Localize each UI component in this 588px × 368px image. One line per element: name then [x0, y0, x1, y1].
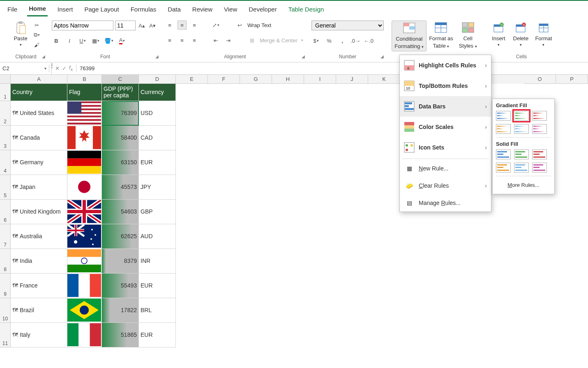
cell-currency[interactable]: EUR: [139, 323, 176, 347]
name-box[interactable]: C2▾: [0, 64, 49, 72]
clipboard-launcher[interactable]: ◢: [42, 54, 45, 59]
row-head-10[interactable]: 10: [0, 298, 11, 323]
gradient-purple[interactable]: [532, 124, 547, 134]
cancel-formula-icon[interactable]: ✕: [55, 65, 60, 71]
col-head-a[interactable]: A: [11, 75, 67, 84]
data-bars-more-rules[interactable]: More Rules...: [496, 179, 551, 191]
cell-gdp[interactable]: 51865: [102, 323, 139, 347]
increase-font-icon[interactable]: A▴: [137, 21, 146, 30]
formula-input[interactable]: 76399: [76, 64, 588, 72]
cell-currency[interactable]: EUR: [139, 150, 176, 175]
cf-new-rule[interactable]: ▦New Rule...: [400, 160, 491, 177]
row-head-11[interactable]: 11: [0, 323, 11, 347]
tab-file[interactable]: File: [6, 4, 19, 16]
wrap-text-icon[interactable]: ↩: [235, 21, 244, 30]
row-head-3[interactable]: 3: [0, 126, 11, 150]
cell-currency[interactable]: USD: [139, 101, 176, 126]
italic-icon[interactable]: I: [65, 36, 74, 45]
cf-top-bottom[interactable]: 10 Top/Bottom Rules›: [400, 76, 491, 96]
cf-clear-rules[interactable]: 🧽Clear Rules›: [400, 177, 491, 194]
row-head-5[interactable]: 5: [0, 175, 11, 200]
cell-country[interactable]: 🗺Brazil: [11, 298, 67, 323]
cell-currency[interactable]: JPY: [139, 175, 176, 200]
cell-gdp[interactable]: 58400: [102, 126, 139, 150]
cell-country[interactable]: 🗺United Kingdom: [11, 200, 67, 224]
solid-blue[interactable]: [496, 150, 511, 159]
cell-gdp[interactable]: 55493: [102, 274, 139, 298]
header-flag[interactable]: Flag: [67, 84, 102, 101]
cell-flag[interactable]: [67, 200, 102, 224]
align-top-icon[interactable]: ≡: [165, 21, 174, 30]
cell-country[interactable]: 🗺Japan: [11, 175, 67, 200]
number-format-select[interactable]: General: [311, 21, 384, 30]
cell-flag[interactable]: [67, 274, 102, 298]
cell-country[interactable]: 🗺France: [11, 274, 67, 298]
currency-icon[interactable]: $▾: [311, 36, 321, 45]
row-head-4[interactable]: 4: [0, 150, 11, 175]
cell-gdp[interactable]: 62625: [102, 224, 139, 249]
insert-cells-button[interactable]: + Insert▾: [488, 21, 509, 48]
cell-gdp[interactable]: 63150: [102, 150, 139, 175]
col-head-e[interactable]: E: [176, 75, 208, 84]
col-head-i[interactable]: I: [304, 75, 336, 84]
header-gdp[interactable]: GDP (PPP) per capita: [102, 84, 139, 101]
col-head-k[interactable]: K: [368, 75, 400, 84]
select-all-corner[interactable]: [0, 75, 11, 84]
bold-icon[interactable]: B: [52, 36, 61, 45]
tab-data[interactable]: Data: [166, 4, 182, 16]
cf-icon-sets[interactable]: Icon Sets›: [400, 137, 491, 158]
gradient-green[interactable]: [514, 111, 529, 121]
tab-view[interactable]: View: [222, 4, 239, 16]
cell-gdp[interactable]: 54603: [102, 200, 139, 224]
tab-formulas[interactable]: Formulas: [129, 4, 158, 16]
alignment-launcher[interactable]: ◢: [302, 54, 305, 59]
cell-country[interactable]: 🗺India: [11, 249, 67, 274]
solid-orange[interactable]: [496, 163, 511, 172]
cell-currency[interactable]: BRL: [139, 298, 176, 323]
increase-indent-icon[interactable]: ⇥: [224, 36, 233, 45]
enter-formula-icon[interactable]: ✓: [62, 65, 67, 71]
row-head-9[interactable]: 9: [0, 274, 11, 298]
copy-icon[interactable]: ⧉▾: [32, 30, 41, 39]
col-head-h[interactable]: H: [272, 75, 304, 84]
orientation-icon[interactable]: ⤢▾: [211, 21, 220, 30]
paste-button[interactable]: Paste▾: [11, 21, 30, 48]
font-name-input[interactable]: [52, 21, 113, 30]
row-head-8[interactable]: 8: [0, 249, 11, 274]
row-head-2[interactable]: 2: [0, 101, 11, 126]
increase-decimal-icon[interactable]: .0→: [351, 36, 360, 45]
percent-icon[interactable]: %: [325, 36, 334, 45]
cell-country[interactable]: 🗺Germany: [11, 150, 67, 175]
decrease-indent-icon[interactable]: ⇤: [211, 36, 220, 45]
cell-country[interactable]: 🗺Canada: [11, 126, 67, 150]
row-head-1[interactable]: 1: [0, 84, 11, 101]
col-head-f[interactable]: F: [208, 75, 240, 84]
cell-country[interactable]: 🗺Australia: [11, 224, 67, 249]
col-head-j[interactable]: J: [336, 75, 368, 84]
wrap-text-button[interactable]: Wrap Text: [247, 22, 271, 28]
gradient-red[interactable]: [532, 111, 547, 121]
cell-currency[interactable]: AUD: [139, 224, 176, 249]
chevron-down-icon[interactable]: ▾: [44, 66, 46, 71]
col-head-b[interactable]: B: [67, 75, 102, 84]
col-head-c[interactable]: C: [102, 75, 139, 84]
gradient-orange[interactable]: [496, 124, 511, 134]
merge-center-button[interactable]: Merge & Center: [260, 37, 297, 44]
decrease-font-icon[interactable]: A▾: [148, 21, 157, 30]
header-country[interactable]: Country: [11, 84, 67, 101]
cell-gdp[interactable]: 45573: [102, 175, 139, 200]
row-head-7[interactable]: 7: [0, 224, 11, 249]
tab-developer[interactable]: Developer: [247, 4, 278, 16]
merge-icon[interactable]: ⊞: [247, 36, 256, 45]
gradient-blue[interactable]: [496, 111, 511, 121]
tab-table-design[interactable]: Table Design: [287, 4, 326, 16]
format-painter-icon[interactable]: 🖌: [32, 40, 41, 49]
tab-page-layout[interactable]: Page Layout: [83, 4, 120, 16]
cell-currency[interactable]: GBP: [139, 200, 176, 224]
fill-color-icon[interactable]: 🪣▾: [104, 36, 113, 45]
cf-data-bars[interactable]: Data Bars›: [400, 96, 491, 117]
header-currency[interactable]: Currency: [139, 84, 176, 101]
solid-green[interactable]: [514, 150, 529, 159]
format-as-table-button[interactable]: Format asTable ▾: [427, 21, 456, 51]
col-head-p[interactable]: P: [556, 75, 588, 84]
